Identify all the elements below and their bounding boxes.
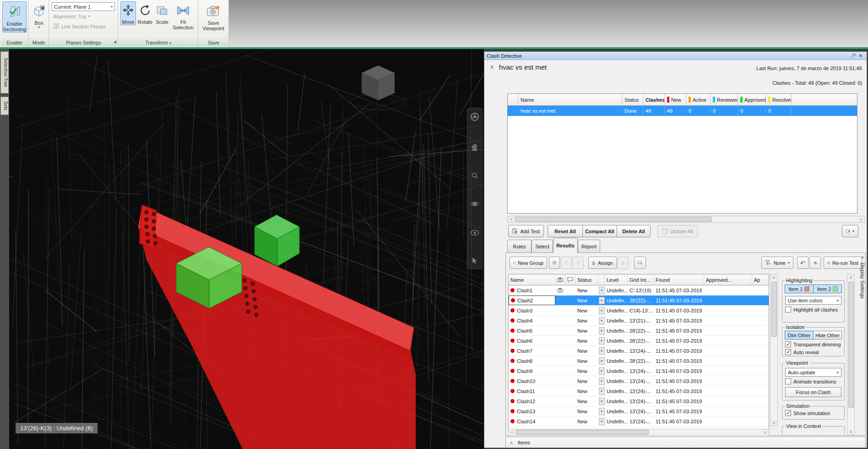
clash-row-Clash13[interactable]: Clash13New▾Undefin...13'(24)-...11:51:45… [509, 406, 769, 416]
results-vscroll-thumb[interactable] [771, 282, 777, 337]
clash-row-Clash5[interactable]: Clash5New▾Undefin...28'(22)-...11:51:45 … [509, 326, 769, 336]
clash-row-Clash12[interactable]: Clash12New▾Undefin...13'(24)-...11:51:45… [509, 396, 769, 406]
zoom-icon[interactable] [471, 172, 478, 179]
rerun-test-button[interactable]: Re-run Test [824, 257, 862, 269]
status-dropdown[interactable]: ▾ [598, 386, 605, 396]
options-vscrollbar[interactable]: ∧ ∨ [847, 274, 855, 435]
status-dropdown[interactable]: ▾ [598, 336, 605, 345]
compact-all-button[interactable]: Compact All [582, 225, 617, 237]
expand-display-settings-icon[interactable]: » [861, 254, 864, 260]
update-all-button[interactable]: Update All [657, 225, 698, 237]
status-cell[interactable]: New [575, 376, 598, 386]
status-dropdown[interactable]: ▾ [598, 285, 605, 295]
transparent-dimming-checkbox[interactable] [785, 341, 791, 347]
move-button[interactable]: Move [120, 1, 136, 25]
undo-button[interactable]: ↶ [797, 257, 808, 269]
orbit-icon[interactable] [470, 199, 479, 208]
col-approved-by[interactable]: Ap [752, 274, 769, 285]
status-cell[interactable]: New [575, 336, 598, 345]
clash-row-Clash9[interactable]: Clash9New▾Undefin...13'(24)-...11:51:45 … [509, 366, 769, 376]
status-cell[interactable]: New [575, 366, 598, 376]
scroll-down-icon[interactable]: ∨ [770, 420, 777, 426]
tests-col-approved[interactable]: Approved [738, 94, 766, 105]
clash-row-Clash1[interactable]: Clash1New▾Undefin...C'-13'(19)11:51:45 0… [509, 285, 769, 296]
test-row-selected[interactable]: hvac vs est met Done 49 49 0 0 0 0 [508, 106, 857, 116]
status-cell[interactable]: New [575, 406, 598, 416]
clash-name-cell[interactable]: Clash9 [509, 366, 555, 376]
test-row-name[interactable]: hvac vs est met [518, 106, 622, 115]
tests-col-clashes[interactable]: Clashes [643, 94, 665, 105]
status-dropdown[interactable]: ▾ [598, 316, 605, 325]
dim-other-button[interactable]: Dim Other [785, 331, 814, 339]
select-cursor-icon[interactable] [471, 257, 479, 265]
results-grid[interactable]: Name Status Level Grid Int... Found Appr… [508, 274, 769, 435]
look-eye-icon[interactable] [470, 229, 479, 236]
clash-row-Clash7[interactable]: Clash7New▾Undefin...13'(24)-...11:51:45 … [509, 346, 769, 356]
enable-sectioning-button[interactable]: Enable Sectioning [2, 1, 27, 33]
clash-name-cell[interactable]: Clash2 [509, 296, 555, 305]
col-approved[interactable]: Approved... [704, 274, 752, 285]
clash-name-cell[interactable]: Clash3 [509, 306, 555, 315]
new-group-button[interactable]: New Group [510, 257, 547, 269]
navigation-bar[interactable] [467, 108, 483, 269]
clash-name-cell[interactable]: Clash1 [509, 285, 555, 295]
status-cell[interactable]: New [575, 356, 598, 366]
rotate-button[interactable]: Rotate [136, 1, 154, 25]
scroll-up-icon[interactable]: ∧ [847, 274, 854, 280]
tests-hscrollbar[interactable]: ‹ › [507, 216, 865, 223]
transparent-dimming-row[interactable]: Transparent dimming [785, 341, 841, 347]
clash-name-cell[interactable]: Clash4 [509, 316, 555, 325]
status-dropdown[interactable]: ▾ [598, 406, 605, 416]
box-dropdown-icon[interactable]: ▾ [38, 26, 40, 29]
box-mode-button[interactable]: Box ▾ [31, 1, 47, 30]
focus-on-clash-button[interactable]: Focus on Clash [785, 387, 841, 397]
show-simulation-checkbox[interactable] [785, 410, 791, 416]
current-plane-combo[interactable]: Current: Plane 1 ▾ [52, 2, 115, 11]
clash-name-cell[interactable]: Clash5 [509, 326, 555, 335]
clash-name-cell[interactable]: Clash12 [509, 396, 555, 406]
tests-col-new[interactable]: New [665, 94, 686, 105]
status-dropdown[interactable]: ▾ [598, 366, 605, 376]
pin-icon[interactable] [850, 53, 857, 59]
auto-reveal-checkbox[interactable] [785, 349, 791, 355]
status-cell[interactable]: New [575, 316, 598, 325]
status-dropdown[interactable]: ▾ [598, 346, 605, 356]
highlight-all-clashes-row[interactable]: Highlight all clashes [785, 307, 841, 312]
clash-name-cell[interactable]: Clash6 [509, 336, 555, 345]
tab-select[interactable]: Select [532, 240, 553, 252]
clash-row-Clash3[interactable]: Clash3New▾Undefin...C'(4)-13'...11:51:45… [509, 306, 769, 316]
status-dropdown[interactable]: ▾ [598, 396, 605, 406]
scale-button[interactable]: Scale [154, 1, 170, 25]
col-level[interactable]: Level [605, 274, 628, 285]
col-name[interactable]: Name [509, 274, 555, 285]
status-cell[interactable]: New [575, 306, 598, 315]
close-icon[interactable]: ✕ [857, 53, 864, 58]
scroll-left-icon[interactable]: ‹ [508, 216, 515, 222]
status-dropdown[interactable]: ▾ [598, 356, 605, 366]
selection-tree-tab[interactable]: Selection Tree [0, 51, 9, 93]
add-comment-button[interactable] [634, 257, 646, 269]
status-dropdown[interactable]: ▾ [598, 376, 605, 386]
clash-name-cell[interactable]: Clash14 [509, 416, 555, 426]
reset-all-button[interactable]: Reset All [548, 225, 583, 237]
highlight-item1-button[interactable]: Item 1 [785, 285, 814, 293]
display-settings-tab[interactable]: Display Settings [860, 263, 865, 299]
sets-tab[interactable]: Sets [0, 97, 9, 115]
explode-group-button[interactable] [573, 257, 584, 269]
show-simulation-row[interactable]: Show simulation [785, 410, 841, 416]
tests-hscroll-thumb[interactable] [515, 217, 712, 222]
status-dropdown[interactable]: ▾ [598, 306, 605, 315]
auto-reveal-row[interactable]: Auto reveal [785, 349, 841, 355]
status-cell[interactable]: New [575, 285, 598, 295]
clash-row-Clash11[interactable]: Clash11New▾Undefin...13'(24)-...11:51:45… [509, 386, 769, 396]
highlight-all-checkbox[interactable] [785, 307, 791, 312]
results-hscrollbar[interactable]: ‹ › [508, 429, 769, 436]
scroll-right-icon[interactable]: › [762, 429, 769, 435]
clash-name-cell[interactable]: Clash11 [509, 386, 555, 396]
collapse-test-chevron-icon[interactable]: ∧ [490, 64, 494, 70]
animate-transitions-row[interactable]: Animate transitions [785, 378, 841, 384]
panel-titlebar[interactable]: Clash Detective ✕ [484, 52, 867, 60]
tab-report[interactable]: Report [578, 240, 600, 252]
scroll-up-icon[interactable]: ∧ [770, 274, 777, 280]
unassign-button[interactable] [618, 257, 629, 269]
